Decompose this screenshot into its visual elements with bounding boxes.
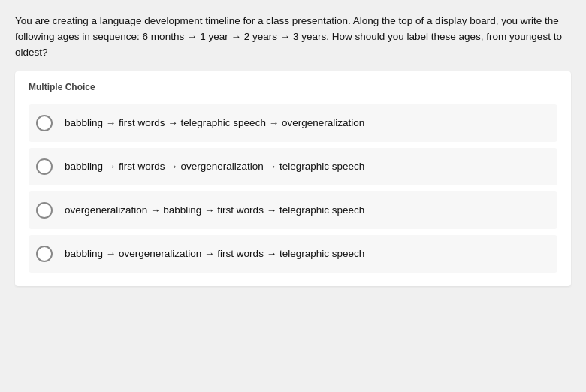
option-row-c[interactable]: overgeneralization → babbling → first wo… <box>29 191 557 229</box>
question-text: You are creating a language development … <box>15 14 571 61</box>
radio-d[interactable] <box>36 246 53 262</box>
option-row-a[interactable]: babbling → first words → telegraphic spe… <box>29 104 557 142</box>
question-type-label: Multiple Choice <box>29 82 557 92</box>
question-card: Multiple Choice babbling → first words →… <box>15 71 571 286</box>
option-text-c: overgeneralization → babbling → first wo… <box>65 204 364 216</box>
options-list: babbling → first words → telegraphic spe… <box>29 104 557 279</box>
option-text-d: babbling → overgeneralization → first wo… <box>65 248 364 259</box>
page-container: You are creating a language development … <box>0 0 586 392</box>
radio-c[interactable] <box>36 202 53 219</box>
option-text-a: babbling → first words → telegraphic spe… <box>65 117 364 128</box>
option-text-b: babbling → first words → overgeneralizat… <box>65 161 364 172</box>
option-row-d[interactable]: babbling → overgeneralization → first wo… <box>29 235 557 273</box>
radio-b[interactable] <box>36 158 53 175</box>
option-row-b[interactable]: babbling → first words → overgeneralizat… <box>29 148 557 185</box>
radio-a[interactable] <box>36 115 53 131</box>
